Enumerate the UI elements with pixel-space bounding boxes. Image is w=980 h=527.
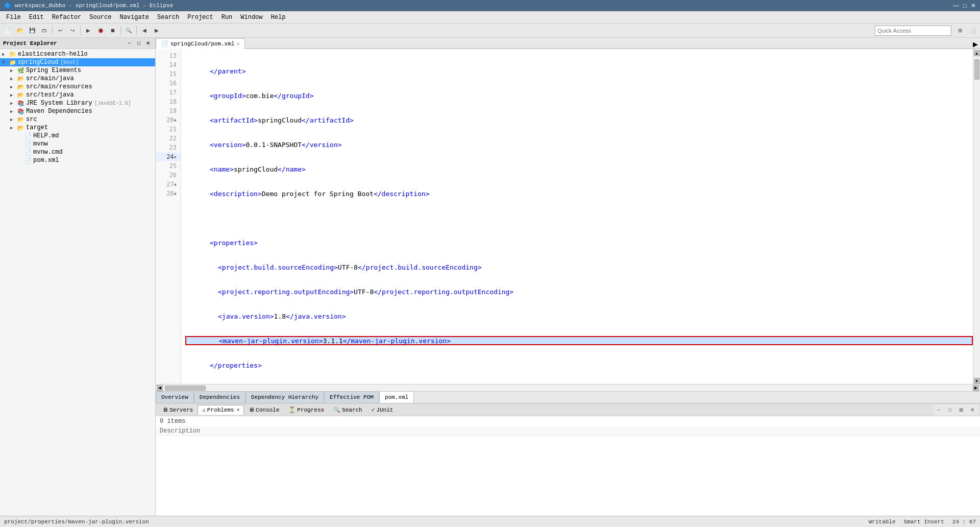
redo-button[interactable]: ↪ (67, 25, 78, 36)
prob-tab-progress[interactable]: ⏳ Progress (284, 405, 329, 415)
tree-item-src[interactable]: ▶ 📂 src (0, 115, 155, 124)
scroll-thumb[interactable] (974, 59, 979, 80)
prob-tab-servers[interactable]: 🖥 Servers (158, 405, 198, 415)
tree-item-springcloud[interactable]: ▼ 📁 springCloud [boot] (0, 58, 155, 66)
tab-close-icon[interactable]: ✕ (236, 41, 239, 47)
back-button[interactable]: ◀ (139, 25, 150, 36)
tree-item-src-main-java[interactable]: ▶ 📂 src/main/java (0, 75, 155, 83)
code-editor[interactable]: 13 14 15 16 17 18 19 20◆ 21 22 23 24◆ 25… (156, 49, 973, 384)
undo-button[interactable]: ↩ (55, 25, 66, 36)
tab-dependencies[interactable]: Dependencies (194, 391, 246, 403)
debug-button[interactable]: 🐞 (95, 25, 106, 36)
menu-refactor[interactable]: Refactor (48, 13, 86, 22)
perspective-button[interactable]: ⊞ (954, 25, 966, 36)
tab-overview[interactable]: Overview (156, 391, 194, 403)
code-content[interactable]: </parent> <groupId>com.bie</groupId> <ar… (181, 49, 973, 384)
scroll-right-button[interactable]: ▶ (973, 385, 979, 391)
tree-item-badge: [boot] (60, 60, 79, 65)
toolbar-sep-1 (52, 26, 53, 35)
tab-dependency-hierarchy[interactable]: Dependency Hierarchy (246, 391, 324, 403)
new-button[interactable]: 📄 (2, 25, 13, 36)
prob-tab-label: Servers (169, 407, 193, 413)
scroll-left-button[interactable]: ◀ (157, 385, 163, 391)
scroll-up-button[interactable]: ▲ (974, 50, 980, 56)
menu-project[interactable]: Project (183, 13, 217, 22)
stop-button[interactable]: ⏹ (107, 25, 118, 36)
menu-run[interactable]: Run (217, 13, 237, 22)
editor-tab-bar: 📄 springCloud/pom.xml ✕ ▶ (156, 38, 980, 49)
tab-effective-pom[interactable]: Effective POM (324, 391, 379, 403)
problems-icon: ⚠ (202, 406, 206, 413)
problems-close-button[interactable]: ✕ (967, 404, 978, 416)
problems-minimize-button[interactable]: − (933, 404, 944, 416)
bottom-tab-bar: Overview Dependencies Dependency Hierarc… (156, 391, 980, 403)
tree-item-elasticsearch[interactable]: ▶ 📁 elasticsearch-hello (0, 50, 155, 58)
horizontal-scrollbar[interactable]: ◀ ▶ (156, 384, 980, 391)
tree-item-jre-library[interactable]: ▶ 📚 JRE System Library [JavaSE-1.8] (0, 99, 155, 107)
explorer-header-buttons: − □ ✕ (126, 39, 152, 47)
line-num-23: 23 (156, 143, 181, 152)
forward-button[interactable]: ▶ (151, 25, 162, 36)
maximize-panel-button[interactable]: ⬜ (967, 25, 978, 36)
tab-pom-xml-bottom[interactable]: pom.xml (379, 391, 414, 403)
menu-edit[interactable]: Edit (25, 13, 48, 22)
vertical-scrollbar[interactable]: ▲ ▼ (973, 49, 980, 384)
menu-help[interactable]: Help (267, 13, 290, 22)
maximize-button[interactable]: □ (963, 2, 967, 9)
prob-tab-problems[interactable]: ⚠ Problems ✕ (198, 405, 244, 415)
tree-item-pom-xml[interactable]: 📄 pom.xml (0, 156, 155, 164)
tree-item-src-main-resources[interactable]: ▶ 📂 src/main/resources (0, 83, 155, 91)
problems-maximize-button[interactable]: □ (944, 404, 955, 416)
line-num-14: 14 (156, 60, 181, 69)
tab-label: Dependency Hierarchy (251, 394, 318, 400)
code-line-24[interactable]: <maven-jar-plugin.version>3.1.1</maven-j… (185, 336, 973, 345)
tree-item-label: mvnw.cmd (33, 149, 63, 156)
open-button[interactable]: 📂 (14, 25, 26, 36)
search-toolbar-button[interactable]: 🔍 (123, 25, 134, 36)
tree-item-label: HELP.md (33, 132, 59, 139)
h-scroll-thumb[interactable] (165, 386, 206, 391)
tab-pom-xml[interactable]: 📄 springCloud/pom.xml ✕ (156, 38, 245, 49)
arrow-icon: ▶ (10, 109, 17, 114)
menu-window[interactable]: Window (236, 13, 266, 22)
save-button[interactable]: 💾 (27, 25, 38, 36)
problems-view-button[interactable]: ⊞ (955, 404, 967, 416)
line-num-20: 20◆ (156, 115, 181, 125)
prob-tab-label: Console (256, 407, 279, 413)
menu-search[interactable]: Search (153, 13, 183, 22)
arrow-icon: ▶ (10, 76, 17, 82)
title-icon: 🔷 (4, 2, 12, 10)
line-num-26: 26 (156, 171, 181, 180)
prob-tab-search[interactable]: 🔍 Search (329, 405, 367, 415)
tree-item-label: src (26, 116, 37, 123)
status-insert-mode: Smart Insert (904, 519, 944, 525)
file-icon: 📄 (24, 149, 32, 156)
menu-source[interactable]: Source (85, 13, 115, 22)
tree-item-spring-elements[interactable]: ▶ 🌿 Spring Elements (0, 66, 155, 75)
explorer-close-button[interactable]: ✕ (144, 39, 152, 47)
prob-tab-console[interactable]: 🖥 Console (244, 405, 284, 415)
menu-navigate[interactable]: Navigate (115, 13, 153, 22)
tree-item-label: pom.xml (33, 157, 59, 164)
tree-item-mvnw[interactable]: 📄 mvnw (0, 140, 155, 148)
line-numbers: 13 14 15 16 17 18 19 20◆ 21 22 23 24◆ 25… (156, 49, 181, 384)
save-all-button[interactable]: 🗃 (39, 25, 50, 36)
scroll-down-button[interactable]: ▼ (974, 378, 980, 384)
minimize-button[interactable]: — (953, 2, 959, 9)
explorer-minimize-button[interactable]: − (126, 39, 134, 47)
tree-item-help-md[interactable]: 📄 HELP.md (0, 132, 155, 140)
prob-tab-junit[interactable]: ✓ JUnit (367, 405, 398, 415)
menu-file[interactable]: File (2, 13, 25, 22)
quick-access-input[interactable] (875, 26, 951, 36)
prob-tab-close[interactable]: ✕ (237, 407, 239, 413)
run-button[interactable]: ▶ (83, 25, 94, 36)
tree-item-mvnw-cmd[interactable]: 📄 mvnw.cmd (0, 148, 155, 156)
close-button[interactable]: ✕ (971, 2, 976, 9)
line-num-13: 13 (156, 51, 181, 60)
code-line-18: <description>Demo project for Spring Boo… (185, 189, 973, 198)
tree-item-target[interactable]: ▶ 📂 target (0, 124, 155, 132)
explorer-maximize-button[interactable]: □ (135, 39, 143, 47)
tree-item-src-test-java[interactable]: ▶ 📂 src/test/java (0, 91, 155, 99)
tab-scroll-right[interactable]: ▶ (971, 40, 980, 49)
tree-item-maven-dependencies[interactable]: ▶ 📚 Maven Dependencies (0, 107, 155, 115)
